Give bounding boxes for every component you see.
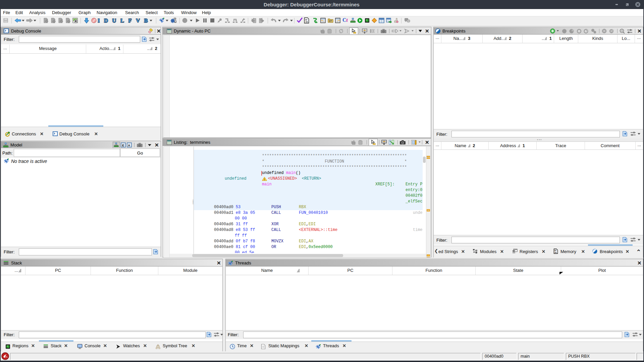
svg-text:01: 01	[306, 21, 308, 23]
svg-text:01: 01	[555, 251, 557, 254]
svg-text:E: E	[122, 144, 124, 147]
svg-text:!: !	[264, 178, 265, 181]
svg-text:DT: DT	[329, 20, 332, 22]
svg-text:A: A	[128, 144, 130, 147]
